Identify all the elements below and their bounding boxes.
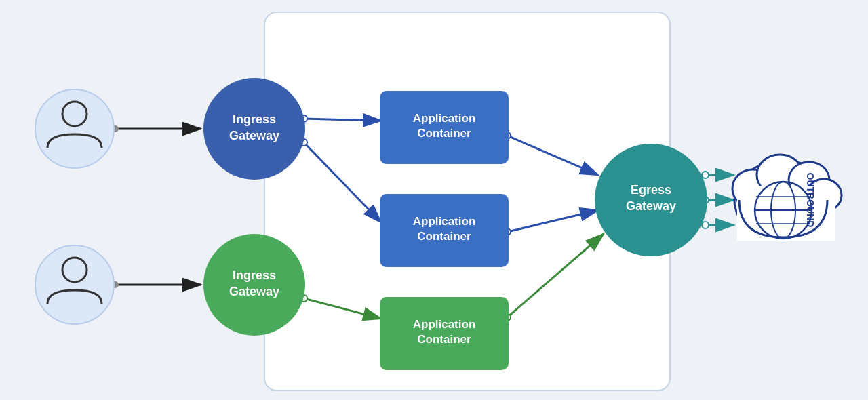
app-container-2-label2: Container [417, 230, 471, 243]
app-container-1-label2: Container [417, 127, 471, 140]
outbound-label: OUTBOUND [805, 173, 816, 228]
ingress-gateway-1-label: Ingress [233, 113, 276, 126]
app-container-3-label: Application [413, 318, 476, 331]
egress-gateway-label: Egress [631, 183, 671, 197]
svg-point-13 [702, 172, 709, 178]
ingress-gateway-1-label2: Gateway [229, 129, 279, 142]
egress-gateway-label2: Gateway [626, 199, 676, 213]
ingress-gateway-2-label2: Gateway [229, 285, 279, 298]
app-container-3-label2: Container [417, 333, 471, 346]
app-container-1-label: Application [413, 112, 476, 125]
diagram-container: Ingress Gateway Ingress Gateway Applicat… [0, 0, 868, 400]
app-container-2-label: Application [413, 215, 476, 228]
ingress-gateway-2-label: Ingress [233, 268, 276, 282]
svg-point-15 [702, 222, 709, 228]
